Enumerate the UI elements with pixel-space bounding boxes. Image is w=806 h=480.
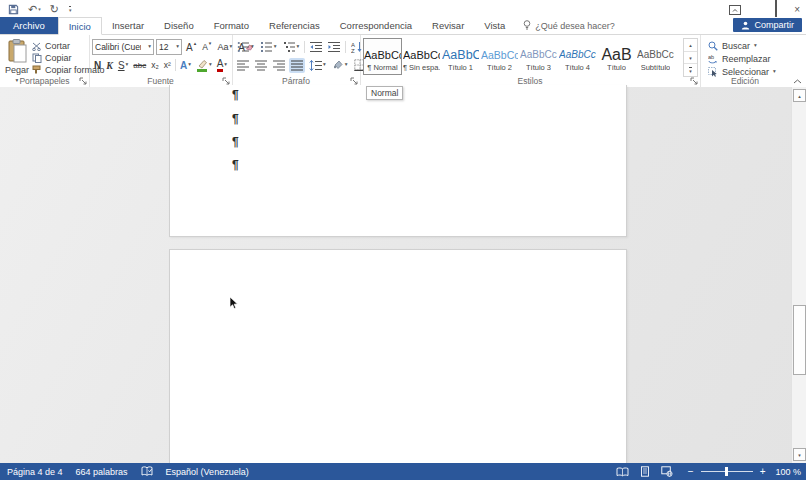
replace-button[interactable]: ab Reemplazar <box>708 53 771 65</box>
style-titulo[interactable]: AaB Título <box>597 38 636 75</box>
tab-diseno[interactable]: Diseño <box>154 17 204 34</box>
style-sample: AaBbCc <box>442 47 479 63</box>
scrollbar-thumb[interactable] <box>793 305 806 375</box>
styles-scroll-down-button[interactable]: ▾ <box>684 52 697 65</box>
copy-button[interactable]: Copiar <box>32 52 72 64</box>
document-page-4[interactable] <box>169 249 627 465</box>
svg-text:ab: ab <box>708 54 714 60</box>
language-indicator[interactable]: Español (Venezuela) <box>166 467 249 477</box>
align-right-button[interactable] <box>271 58 287 73</box>
tab-correspondencia[interactable]: Correspondencia <box>330 17 422 34</box>
word-count[interactable]: 664 palabras <box>76 467 128 477</box>
style-titulo-1[interactable]: AaBbCc Título 1 <box>441 38 480 75</box>
style-tooltip: Normal <box>366 86 403 100</box>
tab-formato[interactable]: Formato <box>204 17 259 34</box>
print-layout-button[interactable] <box>640 466 650 477</box>
zoom-slider[interactable] <box>701 471 753 472</box>
select-button[interactable]: Seleccionar ▾ <box>708 66 776 78</box>
collapse-ribbon-button[interactable] <box>793 79 802 84</box>
font-color-button[interactable]: A ▾ <box>215 58 229 73</box>
save-button[interactable] <box>8 4 19 15</box>
font-name-combobox[interactable]: Calibri (Cuerpo ▾ <box>92 39 154 55</box>
font-size-combobox[interactable]: 12 ▾ <box>156 39 182 55</box>
vertical-scrollbar[interactable]: ▴ ▾ <box>791 87 806 463</box>
bullets-dropdown-icon: ▾ <box>251 44 254 50</box>
cut-button[interactable]: Cortar <box>32 40 70 52</box>
document-page-3[interactable]: ¶ ¶ ¶ ¶ <box>169 85 627 237</box>
underline-icon: S <box>118 60 125 71</box>
ribbon-display-options-button[interactable] <box>729 5 741 15</box>
styles-scroll-up-button[interactable]: ▴ <box>684 39 697 52</box>
style-name: ¶ Normal <box>367 63 397 72</box>
customize-quick-access-button[interactable]: ▾ <box>68 6 72 13</box>
undo-button[interactable]: ↶ ▾ <box>28 4 41 15</box>
zoom-level[interactable]: 100 % <box>775 467 801 477</box>
italic-icon: K <box>106 60 113 71</box>
shrink-font-icon: A <box>202 42 208 52</box>
increase-indent-button[interactable] <box>326 40 342 55</box>
italic-button[interactable]: K <box>104 58 115 73</box>
estilos-dialog-launcher[interactable] <box>690 77 698 85</box>
underline-button[interactable]: S ▾ <box>116 58 130 73</box>
shading-button[interactable]: ▾ <box>330 58 350 73</box>
style-sample: AaBbCcD <box>364 47 401 63</box>
superscript-button[interactable]: x² <box>162 58 173 73</box>
tab-insertar[interactable]: Insertar <box>102 17 154 34</box>
grow-font-button[interactable]: A▴ <box>184 40 198 55</box>
align-center-button[interactable] <box>253 58 269 73</box>
text-effects-button[interactable]: A ▾ <box>178 58 193 73</box>
find-button[interactable]: Buscar ▾ <box>708 40 757 52</box>
web-layout-button[interactable] <box>661 466 673 477</box>
portapapeles-dialog-launcher[interactable] <box>79 77 87 85</box>
style-normal[interactable]: AaBbCcD ¶ Normal <box>363 38 402 75</box>
proofing-book-icon <box>141 466 153 477</box>
scrollbar-up-button[interactable]: ▴ <box>793 89 806 102</box>
close-button[interactable]: × <box>794 5 800 15</box>
strikethrough-button[interactable]: abc <box>131 58 148 73</box>
shrink-font-button[interactable]: A▾ <box>200 40 213 55</box>
tab-revisar[interactable]: Revisar <box>422 17 474 34</box>
bullets-button[interactable]: ▾ <box>235 40 256 55</box>
page-indicator[interactable]: Página 4 de 4 <box>7 467 63 477</box>
style-titulo-3[interactable]: AaBbCcD Título 3 <box>519 38 558 75</box>
style-titulo-2[interactable]: AaBbCcD Título 2 <box>480 38 519 75</box>
tab-vista[interactable]: Vista <box>474 17 515 34</box>
proofing-status-button[interactable] <box>141 466 153 477</box>
justify-button[interactable] <box>289 58 305 73</box>
tab-inicio[interactable]: Inicio <box>58 17 102 35</box>
share-label: Compartir <box>754 20 794 30</box>
zoom-slider-thumb[interactable] <box>725 467 728 476</box>
font-name-dropdown-icon: ▾ <box>148 44 151 50</box>
zoom-out-button[interactable]: − <box>688 467 694 477</box>
styles-more-button[interactable]: ▾ <box>684 64 697 76</box>
style-sin-espaciado[interactable]: AaBbCcD ¶ Sin espa... <box>402 38 441 75</box>
bold-button[interactable]: N <box>92 58 103 73</box>
decrease-indent-button[interactable] <box>308 40 324 55</box>
paste-button[interactable]: Pegar ▾ <box>4 38 30 84</box>
style-titulo-4[interactable]: AaBbCcD Título 4 <box>558 38 597 75</box>
subscript-button[interactable]: x₂ <box>149 58 161 73</box>
scrollbar-down-button[interactable]: ▾ <box>793 448 806 461</box>
redo-button[interactable]: ↻ <box>50 4 59 15</box>
read-mode-button[interactable] <box>616 467 629 477</box>
print-layout-icon <box>640 466 650 477</box>
parrafo-dialog-launcher[interactable] <box>350 77 358 85</box>
tab-archivo[interactable]: Archivo <box>0 17 58 34</box>
align-left-button[interactable] <box>235 58 251 73</box>
tell-me-box[interactable]: ¿Qué desea hacer? <box>515 17 623 34</box>
grow-caret-icon: ▴ <box>194 41 197 46</box>
styles-more-icon: ▾ <box>689 67 692 74</box>
line-spacing-button[interactable]: ▾ <box>307 58 328 73</box>
numbering-button[interactable]: ▾ <box>258 40 279 55</box>
multilevel-list-button[interactable]: ▾ <box>281 40 302 55</box>
scroll-up-icon: ▴ <box>689 42 692 48</box>
style-subtitulo[interactable]: AaBbCcD Subtítulo <box>636 38 675 75</box>
tab-referencias[interactable]: Referencias <box>259 17 330 34</box>
scroll-down-icon: ▾ <box>689 55 692 61</box>
highlight-color-button[interactable]: ▾ <box>194 58 214 73</box>
zoom-in-button[interactable]: + <box>760 467 766 477</box>
share-button[interactable]: Compartir <box>733 18 802 32</box>
fuente-dialog-launcher[interactable] <box>222 77 230 85</box>
select-cursor-icon <box>708 67 718 77</box>
undo-dropdown-icon[interactable]: ▾ <box>38 7 41 12</box>
